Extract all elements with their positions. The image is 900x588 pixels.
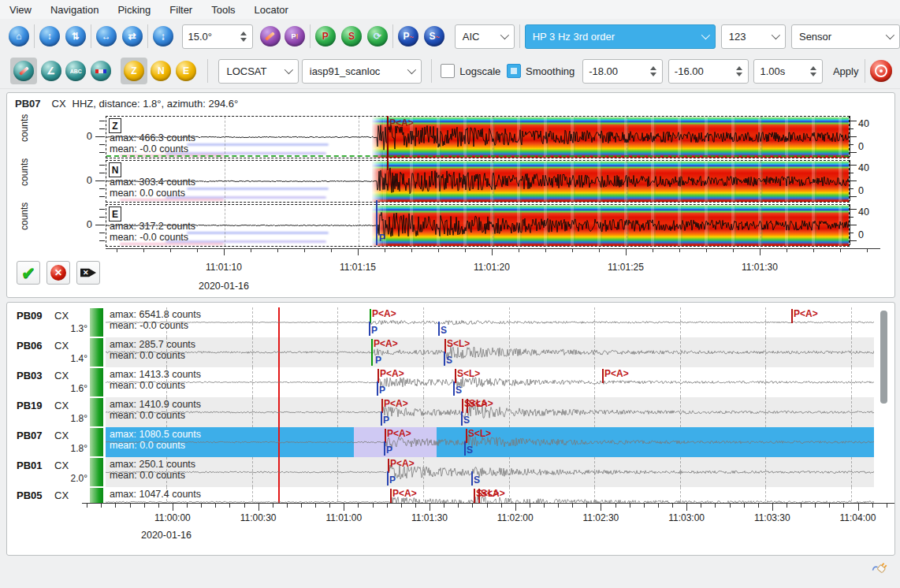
vertical-scrollbar[interactable] [880, 311, 887, 404]
zoom-vertical-out-button[interactable]: ↕ [39, 26, 60, 47]
spectrum-min-spinner[interactable]: -18.00 [582, 59, 663, 84]
rotation-combo[interactable]: 123 [721, 24, 786, 49]
separator [34, 24, 35, 48]
menu-item-locator[interactable]: Locator [245, 2, 298, 18]
picker-algorithm-combo[interactable]: AIC [455, 24, 515, 49]
phase-name-tool-button[interactable]: ABC [65, 61, 86, 81]
trace-row-pb05[interactable]: amax: 1047.4 countsP<A>S<L>S<A> [106, 487, 874, 503]
toolbar-picker: ∠ ABC Z N E LOCSAT iasp91_scanloc Logsca… [0, 54, 900, 89]
pick-label: P [379, 385, 385, 396]
trace-row-pb09[interactable]: amax: 6541.8 countsmean: -0.0 countsP<A>… [106, 307, 874, 337]
channel-info: HHZ, distance: 1.8°, azimuth: 294.6° [73, 98, 239, 110]
locator-profile-combo[interactable]: iasp91_scanloc [302, 59, 422, 84]
unit-value: Sensor [799, 31, 831, 43]
axis-tick [653, 248, 653, 252]
trace-row-pb03[interactable]: amax: 1413.3 countsmean: 0.0 countsP<A>P… [106, 367, 874, 397]
filter-combo[interactable]: HP 3 Hz 3rd order [525, 24, 716, 49]
pick-line-s [453, 381, 455, 396]
pick-line-p [390, 489, 392, 503]
pick-p-button[interactable]: P [315, 26, 336, 47]
spinner-arrows-icon[interactable] [650, 66, 656, 76]
axis-tick [101, 504, 102, 508]
spectrum-max-spinner[interactable]: -16.00 [668, 59, 749, 84]
apply-button[interactable]: Apply [827, 62, 865, 80]
component-z-button[interactable]: Z [124, 61, 144, 81]
reject-pick-button[interactable]: ✕ [46, 261, 70, 285]
pick-flag-icon: P! [291, 32, 298, 40]
axis-tick [829, 504, 830, 508]
axis-tick [733, 248, 734, 252]
time-window-spinner[interactable]: 1.00s [753, 59, 823, 84]
s-phase-icon: S [348, 31, 355, 42]
measure-tool-button[interactable] [260, 26, 281, 47]
trace-row-pb01[interactable]: amax: 250.1 countsmean: 0.0 countsP<A>PS [106, 457, 874, 487]
pick-line-s [464, 441, 466, 456]
axis-tick [715, 504, 716, 508]
component-e-button[interactable]: E [176, 61, 196, 81]
axis-tick [331, 248, 332, 252]
chevron-down-icon [407, 65, 416, 74]
spinner-arrows-icon[interactable] [810, 66, 816, 76]
trace-canvas-n[interactable]: Namax: 303.4 countsmean: 0.0 counts [106, 160, 850, 203]
zoom-horizontal-out-button[interactable]: ↔ [96, 26, 117, 47]
locator-combo[interactable]: LOCSAT [218, 59, 299, 84]
checkbox-unchecked-icon[interactable] [441, 64, 455, 78]
pick-tool-button[interactable] [13, 61, 34, 81]
menu-item-filter[interactable]: Filter [160, 2, 202, 18]
angle-spinner[interactable]: 15.0° [182, 24, 253, 49]
check-icon: ✔ [21, 265, 35, 281]
left-axis-tick [99, 209, 105, 210]
axis-tick [487, 504, 488, 508]
axis-tick [472, 504, 473, 508]
time-range-tool-button[interactable] [91, 61, 111, 81]
separator [147, 24, 148, 48]
trace-canvas-e[interactable]: Eamax: 317.2 countsmean: -0.0 counts [106, 204, 850, 247]
menu-item-picking[interactable]: Picking [108, 2, 160, 18]
menu-item-navigation[interactable]: Navigation [41, 2, 108, 18]
zoom-vertical-in-button[interactable]: ⇅ [65, 26, 86, 47]
checkbox-checked-icon[interactable] [507, 64, 521, 78]
trace-canvas-z[interactable]: Zamax: 466.3 countsmean: -0.0 counts [106, 116, 850, 158]
show-p-picks-button[interactable]: P~ [398, 26, 418, 47]
relocate-button[interactable]: ⟳ [367, 26, 388, 47]
component-n-button[interactable]: N [151, 61, 171, 81]
refresh-globe-icon: ⟳ [374, 31, 381, 42]
confirm-pick-button[interactable]: ✔ [17, 261, 40, 285]
delete-forward-button[interactable]: ✕ [76, 261, 100, 285]
time-tick-label: 11:01:30 [401, 512, 458, 523]
separator [392, 24, 393, 48]
uncertainty-tool-button[interactable]: P! [285, 26, 305, 47]
separator [431, 59, 432, 83]
trace-row-pb19[interactable]: amax: 1410.9 countsmean: 0.0 countsP<A>P… [106, 397, 874, 427]
pick-s-button[interactable]: S [341, 26, 362, 47]
logscale-checkbox[interactable]: Logscale [441, 64, 500, 78]
trace-row-pb07[interactable]: amax: 1080.5 countsmean: 0.0 countsP<A>P… [106, 427, 874, 457]
component-letter-box: Z [109, 118, 121, 133]
show-s-picks-button[interactable]: S~ [424, 26, 444, 47]
left-axis-tick [99, 152, 105, 153]
pick-line-s [438, 322, 440, 336]
smoothing-checkbox[interactable]: Smoothing [507, 64, 575, 78]
polarity-tool-button[interactable]: ∠ [41, 61, 61, 81]
zoom-horizontal-in-button[interactable]: ⇄ [122, 26, 143, 47]
network-code: CX [54, 340, 69, 352]
spinner-arrows-icon[interactable] [736, 66, 742, 76]
menu-item-view[interactable]: View [0, 2, 41, 18]
menu-item-tools[interactable]: Tools [202, 2, 244, 18]
trace-list-panel: PB09CX1.3°amax: 6541.8 countsmean: -0.0 … [6, 302, 895, 556]
home-button[interactable]: ⌂ [9, 26, 29, 47]
spinner-arrows-icon[interactable] [240, 32, 247, 42]
axis-tick [244, 504, 245, 508]
locate-event-button[interactable] [870, 60, 892, 82]
unit-combo[interactable]: Sensor [791, 24, 900, 49]
amax-label: amax: 317.2 counts [110, 221, 195, 232]
axis-tick [843, 504, 844, 508]
axis-tick [201, 504, 202, 508]
amplitude-scale-button[interactable]: ↨ [153, 26, 173, 47]
right-axis-tick [850, 196, 857, 197]
picker-panel: PB07CXHHZ, distance: 1.8°, azimuth: 294.… [6, 92, 895, 298]
mean-label: mean: 0.0 counts [110, 380, 185, 391]
axis-tick [143, 248, 144, 252]
trace-row-pb06[interactable]: amax: 285.7 countsmean: 0.0 countsP<A>PS… [106, 337, 874, 367]
axis-tick [301, 504, 302, 508]
